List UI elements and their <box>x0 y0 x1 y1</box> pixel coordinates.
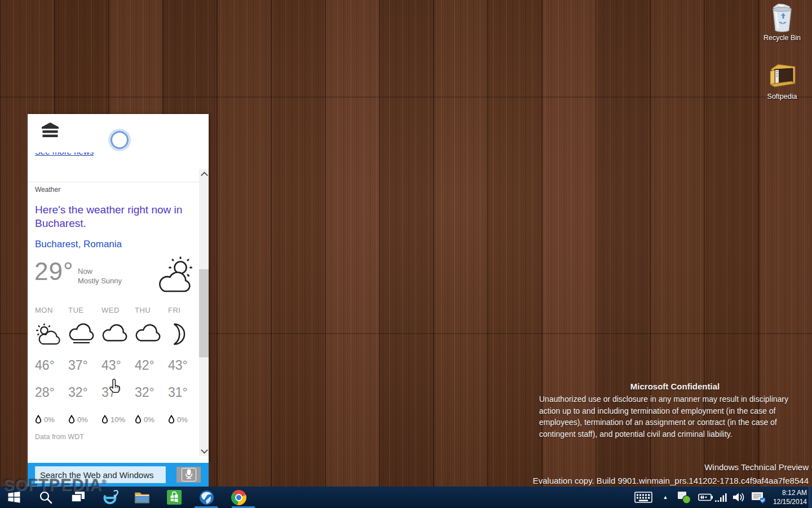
cloud-icon <box>135 322 168 358</box>
stp-notification-button[interactable] <box>750 490 767 505</box>
tray-time: 8:12 AM <box>773 488 807 497</box>
softpedia-folder-icon <box>767 61 797 91</box>
see-more-news-link[interactable]: See more news <box>35 152 148 156</box>
desktop-icon-softpedia[interactable]: Softpedia <box>761 61 804 100</box>
internet-explorer-icon <box>102 489 118 506</box>
moon-icon <box>168 322 201 358</box>
internet-explorer-button[interactable] <box>97 487 123 508</box>
scroll-down-button[interactable] <box>199 446 209 456</box>
droplet-icon <box>135 415 142 424</box>
forecast-day-label: TUE <box>68 306 102 322</box>
forecast-high-temp: 43° <box>102 358 135 385</box>
file-explorer-icon <box>134 491 150 504</box>
signal-bars-icon <box>714 492 728 502</box>
microphone-icon <box>182 468 196 481</box>
forecast-day-column[interactable]: MON <box>35 306 68 427</box>
forecast-low-temp: 32° <box>135 385 168 412</box>
forecast-high-temp: 42° <box>135 358 168 385</box>
taskbar-search-button[interactable] <box>33 487 59 508</box>
panel-divider <box>28 182 199 182</box>
task-view-button[interactable] <box>65 487 91 508</box>
droplet-icon <box>68 415 75 424</box>
forecast-precip: 0% <box>168 412 201 427</box>
scrollbar-thumb[interactable] <box>199 269 209 357</box>
start-button[interactable] <box>1 487 27 508</box>
store-button[interactable] <box>161 487 187 508</box>
forecast-high-temp: 43° <box>168 358 201 385</box>
confidential-body: Unauthorized use or disclosure in any ma… <box>539 393 811 440</box>
forecast-day-label: WED <box>102 306 135 322</box>
message-shield-icon <box>751 491 766 504</box>
recycle-bin-icon <box>767 3 797 33</box>
softpedia-label: Softpedia <box>761 93 804 100</box>
see-more-news-clipped: See more news <box>35 152 148 165</box>
current-condition-text: Mostly Sunny <box>78 276 122 286</box>
droplet-icon <box>102 415 108 424</box>
cortana-panel: See more news Weather Here's the weather… <box>28 114 209 463</box>
build-info-edition: Windows Technical Preview <box>533 461 809 474</box>
partly-sunny-icon <box>35 322 68 358</box>
forecast-day-label: THU <box>135 306 168 322</box>
windows-logo-icon <box>7 490 21 505</box>
action-center-button[interactable] <box>676 490 692 505</box>
cloud-icon <box>102 322 135 358</box>
weather-location-link[interactable]: Bucharest, Romania <box>35 239 122 250</box>
battery-button[interactable] <box>696 491 714 503</box>
build-info: Windows Technical Preview Evaluation cop… <box>533 461 809 488</box>
keyboard-icon <box>634 491 652 503</box>
weather-attribution: Data from WDT <box>35 433 84 441</box>
cloud-fog-icon <box>68 322 102 358</box>
task-view-icon <box>70 491 86 504</box>
file-explorer-button[interactable] <box>129 487 155 508</box>
forecast-precip: 0% <box>35 412 68 427</box>
tray-expand-button[interactable]: ▲ <box>660 492 671 502</box>
forecast-row: MON <box>35 306 201 427</box>
chrome-icon <box>231 490 246 505</box>
forecast-precip: 0% <box>68 412 102 427</box>
search-input[interactable] <box>35 466 166 483</box>
search-bar <box>28 463 209 487</box>
forecast-low-temp: 28° <box>35 385 68 412</box>
partly-sunny-icon <box>154 254 200 296</box>
recycle-bin-label: Recycle Bin <box>761 34 804 42</box>
forecast-high-temp: 37° <box>68 358 102 385</box>
forecast-precip: 0% <box>135 412 168 427</box>
battery-plug-icon <box>696 492 713 502</box>
weather-headline: Here's the weather right now in Buchares… <box>35 203 200 230</box>
forecast-day-column[interactable]: WED 43° 37° 10% <box>102 306 135 427</box>
forecast-precip: 10% <box>102 412 135 427</box>
search-icon <box>38 490 53 505</box>
droplet-icon <box>168 415 175 424</box>
tray-date: 12/15/2014 <box>773 497 807 506</box>
taskbar: ▲ <box>0 487 812 508</box>
forecast-day-column[interactable]: TUE 37° 32° 0% <box>68 306 102 427</box>
forecast-day-column[interactable]: FRI 43° 31° 0% <box>168 306 201 427</box>
chevron-up-icon: ▲ <box>663 494 668 500</box>
network-button[interactable] <box>714 491 729 503</box>
action-center-icon <box>677 491 691 504</box>
hamburger-menu-button[interactable] <box>42 122 59 138</box>
desktop-icon-recycle-bin[interactable]: Recycle Bin <box>761 3 804 42</box>
panel-scrollbar[interactable] <box>199 169 209 456</box>
mic-button[interactable] <box>176 467 201 483</box>
chevron-up-icon <box>201 172 208 179</box>
thunderbird-icon <box>199 490 214 505</box>
scroll-up-button[interactable] <box>199 169 209 179</box>
speaker-icon <box>732 492 745 503</box>
touch-keyboard-button[interactable] <box>634 489 653 505</box>
confidential-title: Microsoft Confidential <box>539 382 811 391</box>
thunderbird-button[interactable] <box>193 487 219 508</box>
chrome-button[interactable] <box>226 487 251 508</box>
current-condition: Now Mostly Sunny <box>78 266 122 286</box>
weather-section-label: Weather <box>35 186 60 194</box>
droplet-icon <box>35 415 42 424</box>
tray-clock[interactable]: 8:12 AM 12/15/2014 <box>773 488 807 506</box>
forecast-low-temp: 37° <box>102 385 135 412</box>
confidential-notice: Microsoft Confidential Unauthorized use … <box>539 382 811 440</box>
store-icon <box>166 489 182 505</box>
cortana-spinner-icon[interactable] <box>111 131 129 149</box>
volume-button[interactable] <box>731 491 747 504</box>
forecast-day-column[interactable]: THU 42° 32° 0% <box>135 306 168 427</box>
forecast-day-label: FRI <box>168 306 201 322</box>
show-desktop-button[interactable] <box>809 487 812 508</box>
